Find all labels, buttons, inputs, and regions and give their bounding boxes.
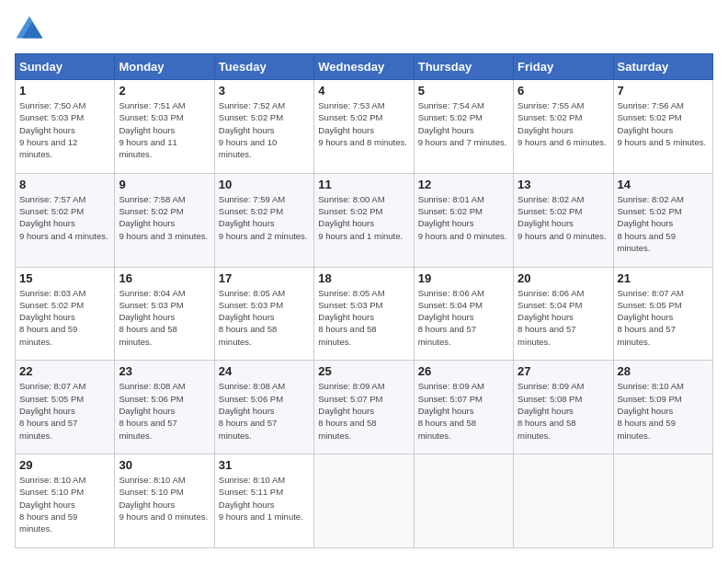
- calendar-cell: 31 Sunrise: 8:10 AMSunset: 5:11 PMDaylig…: [214, 454, 313, 548]
- day-number: 28: [618, 364, 709, 378]
- day-info: Sunrise: 8:09 AMSunset: 5:07 PMDaylight …: [318, 380, 409, 441]
- header: [15, 15, 713, 44]
- calendar-cell: 19 Sunrise: 8:06 AMSunset: 5:04 PMDaylig…: [414, 267, 513, 361]
- calendar-cell: [314, 454, 414, 548]
- calendar-cell: 20 Sunrise: 8:06 AMSunset: 5:04 PMDaylig…: [514, 267, 613, 361]
- day-info: Sunrise: 7:54 AMSunset: 5:02 PMDaylight …: [418, 99, 509, 148]
- day-info: Sunrise: 8:10 AMSunset: 5:10 PMDaylight …: [119, 474, 210, 523]
- day-number: 10: [219, 178, 310, 191]
- calendar-cell: 21 Sunrise: 8:07 AMSunset: 5:05 PMDaylig…: [613, 267, 712, 361]
- calendar-cell: 17 Sunrise: 8:05 AMSunset: 5:03 PMDaylig…: [214, 267, 313, 361]
- calendar-cell: 15 Sunrise: 8:03 AMSunset: 5:02 PMDaylig…: [16, 267, 115, 361]
- day-info: Sunrise: 7:52 AMSunset: 5:02 PMDaylight …: [219, 99, 310, 160]
- calendar-week-5: 29 Sunrise: 8:10 AMSunset: 5:10 PMDaylig…: [16, 454, 713, 548]
- day-info: Sunrise: 7:51 AMSunset: 5:03 PMDaylight …: [119, 99, 210, 160]
- calendar-cell: 26 Sunrise: 8:09 AMSunset: 5:07 PMDaylig…: [414, 361, 513, 454]
- day-number: 4: [318, 84, 409, 98]
- day-info: Sunrise: 8:01 AMSunset: 5:02 PMDaylight …: [418, 193, 509, 242]
- calendar-cell: 11 Sunrise: 8:00 AMSunset: 5:02 PMDaylig…: [314, 173, 414, 267]
- day-info: Sunrise: 7:56 AMSunset: 5:02 PMDaylight …: [618, 99, 709, 148]
- day-info: Sunrise: 8:08 AMSunset: 5:06 PMDaylight …: [119, 380, 210, 441]
- day-number: 2: [119, 84, 210, 98]
- col-header-saturday: Saturday: [613, 54, 712, 80]
- logo: [15, 15, 48, 44]
- day-number: 17: [219, 271, 310, 285]
- day-info: Sunrise: 8:08 AMSunset: 5:06 PMDaylight …: [219, 380, 310, 441]
- day-info: Sunrise: 7:53 AMSunset: 5:02 PMDaylight …: [318, 99, 409, 148]
- day-info: Sunrise: 8:09 AMSunset: 5:08 PMDaylight …: [518, 380, 609, 441]
- day-number: 1: [19, 84, 110, 98]
- day-number: 23: [119, 364, 210, 378]
- day-number: 27: [518, 364, 609, 378]
- day-number: 13: [518, 178, 609, 191]
- day-number: 19: [418, 271, 509, 285]
- day-number: 8: [19, 178, 110, 191]
- day-info: Sunrise: 8:04 AMSunset: 5:03 PMDaylight …: [119, 287, 210, 348]
- day-info: Sunrise: 8:06 AMSunset: 5:04 PMDaylight …: [518, 287, 609, 348]
- calendar-cell: 2 Sunrise: 7:51 AMSunset: 5:03 PMDayligh…: [115, 80, 214, 174]
- calendar-week-4: 22 Sunrise: 8:07 AMSunset: 5:05 PMDaylig…: [16, 361, 713, 454]
- page: SundayMondayTuesdayWednesdayThursdayFrid…: [0, 0, 728, 563]
- calendar-week-1: 1 Sunrise: 7:50 AMSunset: 5:03 PMDayligh…: [16, 80, 713, 174]
- calendar-cell: 13 Sunrise: 8:02 AMSunset: 5:02 PMDaylig…: [514, 173, 613, 267]
- day-info: Sunrise: 8:07 AMSunset: 5:05 PMDaylight …: [19, 380, 110, 441]
- calendar-cell: [613, 454, 712, 548]
- day-number: 12: [418, 178, 509, 191]
- calendar-cell: 27 Sunrise: 8:09 AMSunset: 5:08 PMDaylig…: [514, 361, 613, 454]
- calendar-cell: 9 Sunrise: 7:58 AMSunset: 5:02 PMDayligh…: [115, 173, 214, 267]
- day-number: 3: [219, 84, 310, 98]
- day-number: 11: [318, 178, 409, 191]
- calendar-cell: 4 Sunrise: 7:53 AMSunset: 5:02 PMDayligh…: [314, 80, 414, 174]
- calendar-cell: 1 Sunrise: 7:50 AMSunset: 5:03 PMDayligh…: [16, 80, 115, 174]
- calendar-cell: 10 Sunrise: 7:59 AMSunset: 5:02 PMDaylig…: [214, 173, 313, 267]
- calendar-table: SundayMondayTuesdayWednesdayThursdayFrid…: [15, 53, 713, 548]
- day-info: Sunrise: 7:57 AMSunset: 5:02 PMDaylight …: [19, 193, 110, 242]
- day-number: 26: [418, 364, 509, 378]
- calendar-cell: [414, 454, 513, 548]
- col-header-wednesday: Wednesday: [314, 54, 414, 80]
- day-number: 15: [19, 271, 110, 285]
- calendar-cell: 29 Sunrise: 8:10 AMSunset: 5:10 PMDaylig…: [16, 454, 115, 548]
- calendar-cell: 6 Sunrise: 7:55 AMSunset: 5:02 PMDayligh…: [514, 80, 613, 174]
- day-info: Sunrise: 8:10 AMSunset: 5:10 PMDaylight …: [19, 474, 110, 534]
- day-info: Sunrise: 7:50 AMSunset: 5:03 PMDaylight …: [19, 99, 110, 160]
- calendar-week-3: 15 Sunrise: 8:03 AMSunset: 5:02 PMDaylig…: [16, 267, 713, 361]
- calendar-cell: [514, 454, 613, 548]
- calendar-cell: 22 Sunrise: 8:07 AMSunset: 5:05 PMDaylig…: [16, 361, 115, 454]
- day-info: Sunrise: 8:02 AMSunset: 5:02 PMDaylight …: [518, 193, 609, 242]
- day-number: 29: [19, 458, 110, 472]
- calendar-cell: 23 Sunrise: 8:08 AMSunset: 5:06 PMDaylig…: [115, 361, 214, 454]
- day-info: Sunrise: 8:05 AMSunset: 5:03 PMDaylight …: [318, 287, 409, 348]
- calendar-cell: 8 Sunrise: 7:57 AMSunset: 5:02 PMDayligh…: [16, 173, 115, 267]
- calendar-cell: 12 Sunrise: 8:01 AMSunset: 5:02 PMDaylig…: [414, 173, 513, 267]
- day-number: 6: [518, 84, 609, 98]
- calendar-cell: 28 Sunrise: 8:10 AMSunset: 5:09 PMDaylig…: [613, 361, 712, 454]
- day-info: Sunrise: 7:55 AMSunset: 5:02 PMDaylight …: [518, 99, 609, 148]
- calendar-cell: 18 Sunrise: 8:05 AMSunset: 5:03 PMDaylig…: [314, 267, 414, 361]
- col-header-monday: Monday: [115, 54, 214, 80]
- day-info: Sunrise: 7:59 AMSunset: 5:02 PMDaylight …: [219, 193, 310, 242]
- day-info: Sunrise: 8:07 AMSunset: 5:05 PMDaylight …: [618, 287, 709, 348]
- day-info: Sunrise: 8:06 AMSunset: 5:04 PMDaylight …: [418, 287, 509, 348]
- day-number: 16: [119, 271, 210, 285]
- day-info: Sunrise: 8:05 AMSunset: 5:03 PMDaylight …: [219, 287, 310, 348]
- calendar-cell: 3 Sunrise: 7:52 AMSunset: 5:02 PMDayligh…: [214, 80, 313, 174]
- calendar-cell: 25 Sunrise: 8:09 AMSunset: 5:07 PMDaylig…: [314, 361, 414, 454]
- calendar-cell: 14 Sunrise: 8:02 AMSunset: 5:02 PMDaylig…: [613, 173, 712, 267]
- calendar-cell: 30 Sunrise: 8:10 AMSunset: 5:10 PMDaylig…: [115, 454, 214, 548]
- day-number: 30: [119, 458, 210, 472]
- day-number: 21: [618, 271, 709, 285]
- day-number: 7: [618, 84, 709, 98]
- calendar-cell: 5 Sunrise: 7:54 AMSunset: 5:02 PMDayligh…: [414, 80, 513, 174]
- calendar-cell: 7 Sunrise: 7:56 AMSunset: 5:02 PMDayligh…: [613, 80, 712, 174]
- day-info: Sunrise: 8:10 AMSunset: 5:11 PMDaylight …: [219, 474, 310, 523]
- day-number: 25: [318, 364, 409, 378]
- day-number: 22: [19, 364, 110, 378]
- day-info: Sunrise: 8:10 AMSunset: 5:09 PMDaylight …: [618, 380, 709, 441]
- day-info: Sunrise: 7:58 AMSunset: 5:02 PMDaylight …: [119, 193, 210, 242]
- col-header-sunday: Sunday: [16, 54, 115, 80]
- calendar-week-2: 8 Sunrise: 7:57 AMSunset: 5:02 PMDayligh…: [16, 173, 713, 267]
- day-number: 9: [119, 178, 210, 191]
- calendar-cell: 16 Sunrise: 8:04 AMSunset: 5:03 PMDaylig…: [115, 267, 214, 361]
- day-number: 24: [219, 364, 310, 378]
